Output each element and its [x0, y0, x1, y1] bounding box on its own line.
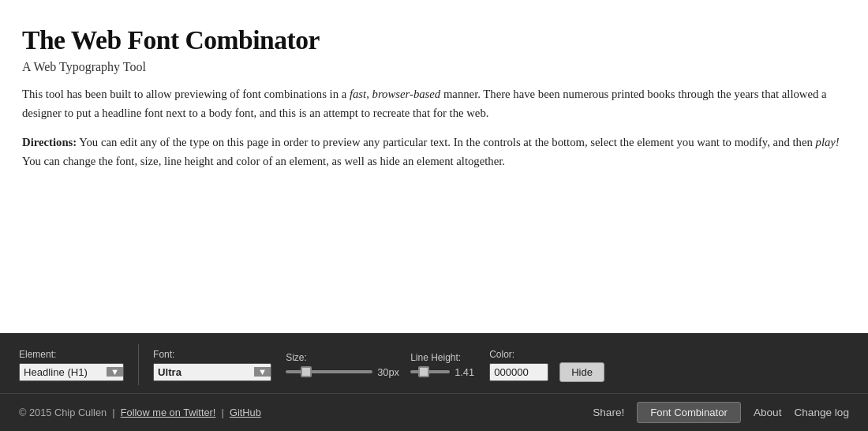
line-height-slider[interactable] — [410, 370, 450, 373]
element-label: Element: — [19, 349, 124, 360]
hide-button[interactable]: Hide — [559, 362, 604, 382]
font-select-arrow-icon[interactable]: ▼ — [254, 367, 271, 377]
size-controls: 30px — [286, 366, 399, 378]
lh-controls: 1.41 — [410, 366, 478, 378]
font-label: Font: — [153, 349, 271, 360]
font-select[interactable]: Ultra Georgia Arial Helvetica Times New … — [154, 364, 254, 380]
size-label: Size: — [286, 352, 399, 363]
font-control-group: Font: Ultra Georgia Arial Helvetica Time… — [153, 349, 271, 381]
footer-right: Share! Font Combinator About Change log — [593, 402, 849, 423]
copyright-text: © 2015 Chip Cullen — [19, 407, 107, 418]
about-link[interactable]: About — [754, 407, 782, 418]
element-select-wrapper[interactable]: Headline (H1) Subheading (H2) Body Text … — [19, 363, 124, 381]
font-select-wrapper[interactable]: Ultra Georgia Arial Helvetica Times New … — [153, 363, 271, 381]
font-combinator-button[interactable]: Font Combinator — [637, 402, 741, 423]
subtitle: A Web Typography Tool — [22, 60, 846, 74]
page-title: The Web Font Combinator — [22, 25, 846, 55]
directions-text: You can edit any of the type on this pag… — [77, 136, 815, 148]
changelog-link[interactable]: Change log — [794, 407, 849, 418]
line-height-control-group: Line Height: 1.41 — [410, 352, 478, 378]
twitter-link[interactable]: Follow me on Twitter! — [121, 407, 216, 418]
directions-after: You can change the font, size, line heig… — [22, 155, 505, 167]
element-control-group: Element: Headline (H1) Subheading (H2) B… — [19, 349, 124, 381]
line-height-label: Line Height: — [410, 352, 478, 363]
main-content: The Web Font Combinator A Web Typography… — [0, 0, 868, 333]
desc-para1-browser: browser-based — [372, 88, 441, 100]
directions-play: play! — [816, 136, 840, 148]
desc-para1-middle: , — [366, 88, 372, 100]
desc-para1-fast: fast — [350, 88, 366, 100]
lh-value: 1.41 — [455, 366, 478, 378]
size-slider[interactable] — [286, 370, 372, 373]
color-control-group: Color: — [489, 349, 548, 381]
element-select-arrow-icon[interactable]: ▼ — [107, 367, 123, 377]
separator-1 — [138, 344, 139, 385]
element-select[interactable]: Headline (H1) Subheading (H2) Body Text … — [20, 364, 107, 380]
description-para2: Directions: You can edit any of the type… — [22, 133, 843, 171]
controls-bar: Element: Headline (H1) Subheading (H2) B… — [0, 333, 868, 393]
description-para1: This tool has been built to allow previe… — [22, 85, 843, 122]
color-input[interactable] — [489, 363, 548, 381]
size-control-group: Size: 30px — [286, 352, 399, 378]
share-label: Share! — [593, 407, 624, 418]
color-label: Color: — [489, 349, 548, 360]
footer-left: © 2015 Chip Cullen | Follow me on Twitte… — [19, 407, 261, 418]
directions-bold: Directions: — [22, 136, 77, 148]
size-value: 30px — [377, 366, 399, 378]
github-link[interactable]: GitHub — [230, 407, 261, 418]
desc-para1-before: This tool has been built to allow previe… — [22, 88, 350, 100]
footer: © 2015 Chip Cullen | Follow me on Twitte… — [0, 393, 868, 431]
